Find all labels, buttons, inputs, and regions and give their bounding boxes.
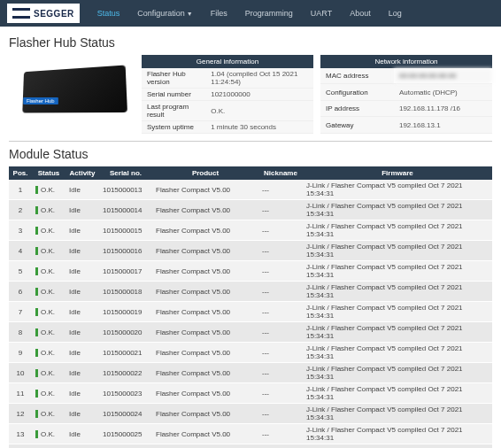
- cell: Idle: [66, 220, 99, 241]
- status-cell: O.K.: [32, 363, 66, 383]
- status-cell: O.K.: [32, 444, 66, 449]
- nav-uart[interactable]: UART: [302, 0, 341, 27]
- cell: ---: [258, 220, 303, 241]
- table-row[interactable]: 7O.K.Idle1015000019Flasher Compact V5.00…: [9, 302, 492, 322]
- cell: J-Link / Flasher Compact V5 compiled Oct…: [303, 220, 492, 241]
- device-image: Flasher Hub: [9, 55, 133, 126]
- cell: 1015000019: [99, 302, 152, 322]
- logo[interactable]: SEGGER: [7, 4, 80, 23]
- table-row[interactable]: 8O.K.Idle1015000020Flasher Compact V5.00…: [9, 322, 492, 343]
- table-row[interactable]: 5O.K.Idle1015000017Flasher Compact V5.00…: [9, 261, 492, 282]
- status-indicator-icon: [35, 410, 38, 418]
- col-header: Firmware: [303, 166, 492, 180]
- cell: Idle: [66, 302, 99, 322]
- cell: 10: [9, 363, 32, 383]
- info-row: Last program resultO.K.: [142, 101, 313, 121]
- status-text: O.K.: [41, 206, 55, 214]
- status-cell: O.K.: [32, 261, 66, 282]
- brand-text: SEGGER: [34, 9, 74, 19]
- status-indicator-icon: [35, 288, 38, 296]
- nav-status[interactable]: Status: [89, 0, 129, 27]
- nav-files[interactable]: Files: [202, 0, 236, 27]
- status-cell: O.K.: [32, 424, 66, 444]
- cell: 5: [9, 261, 32, 282]
- info-key: Gateway: [320, 117, 394, 134]
- table-row[interactable]: 10O.K.Idle1015000022Flasher Compact V5.0…: [9, 363, 492, 383]
- network-info-table: Network information MAC address00:00:00:…: [320, 55, 492, 134]
- info-value: 00:00:00:00:00:00: [394, 68, 492, 84]
- cell: 12: [9, 404, 32, 424]
- cell: 1015000014: [99, 200, 152, 220]
- table-row[interactable]: 1O.K.Idle1015000013Flasher Compact V5.00…: [9, 180, 492, 200]
- status-indicator-icon: [35, 349, 38, 357]
- table-row[interactable]: 4O.K.Idle1015000016Flasher Compact V5.00…: [9, 241, 492, 261]
- cell: Flasher Compact V5.00: [152, 241, 258, 261]
- cell: 1015000021: [99, 343, 152, 363]
- cell: Idle: [66, 343, 99, 363]
- status-cell: O.K.: [32, 322, 66, 343]
- status-cell: O.K.: [32, 343, 66, 363]
- table-row[interactable]: 9O.K.Idle1015000021Flasher Compact V5.00…: [9, 343, 492, 363]
- cell: Flasher Compact V5.00: [152, 220, 258, 241]
- status-cell: O.K.: [32, 180, 66, 200]
- cell: Idle: [66, 383, 99, 404]
- table-row[interactable]: 13O.K.Idle1015000025Flasher Compact V5.0…: [9, 424, 492, 444]
- table-row[interactable]: 6O.K.Idle1015000018Flasher Compact V5.00…: [9, 282, 492, 302]
- info-row: ConfigurationAutomatic (DHCP): [320, 84, 492, 101]
- status-indicator-icon: [35, 206, 38, 214]
- status-cell: O.K.: [32, 282, 66, 302]
- status-indicator-icon: [35, 390, 38, 398]
- info-key: Flasher Hub version: [142, 68, 205, 89]
- table-row[interactable]: 3O.K.Idle1015000015Flasher Compact V5.00…: [9, 220, 492, 241]
- cell: Flasher Compact V5.00: [152, 282, 258, 302]
- table-row[interactable]: 14O.K.Idle1015000026Flasher Compact V5.0…: [9, 444, 492, 449]
- cell: Flasher Compact V5.00: [152, 200, 258, 220]
- cell: 1015000026: [99, 444, 152, 449]
- info-key: MAC address: [320, 68, 394, 84]
- info-row: Serial number1021000000: [142, 89, 313, 101]
- table-row[interactable]: 2O.K.Idle1015000014Flasher Compact V5.00…: [9, 200, 492, 220]
- status-cell: O.K.: [32, 241, 66, 261]
- cell: 8: [9, 322, 32, 343]
- col-header: Serial no.: [99, 166, 152, 180]
- cell: 1015000025: [99, 424, 152, 444]
- module-table: Pos.StatusActivitySerial no.ProductNickn…: [9, 166, 492, 448]
- cell: Flasher Compact V5.00: [152, 180, 258, 200]
- cell: J-Link / Flasher Compact V5 compiled Oct…: [303, 363, 492, 383]
- status-indicator-icon: [35, 227, 38, 235]
- status-cell: O.K.: [32, 200, 66, 220]
- info-value: O.K.: [205, 101, 313, 121]
- cell: Idle: [66, 404, 99, 424]
- general-header: General information: [142, 55, 313, 68]
- cell: Flasher Compact V5.00: [152, 404, 258, 424]
- module-status-title: Module Status: [9, 147, 492, 161]
- cell: J-Link / Flasher Compact V5 compiled Oct…: [303, 424, 492, 444]
- cell: Flasher Compact V5.00: [152, 383, 258, 404]
- cell: 4: [9, 241, 32, 261]
- cell: Flasher Compact V5.00: [152, 363, 258, 383]
- cell: 9: [9, 343, 32, 363]
- cell: Idle: [66, 261, 99, 282]
- cell: Idle: [66, 322, 99, 343]
- cell: J-Link / Flasher Compact V5 compiled Oct…: [303, 343, 492, 363]
- nav-log[interactable]: Log: [380, 0, 411, 27]
- cell: ---: [258, 241, 303, 261]
- cell: 1015000016: [99, 241, 152, 261]
- cell: 1015000017: [99, 261, 152, 282]
- status-indicator-icon: [35, 430, 38, 438]
- status-cell: O.K.: [32, 220, 66, 241]
- nav-configuration[interactable]: Configuration▼: [128, 0, 201, 27]
- cell: ---: [258, 404, 303, 424]
- col-header: Product: [152, 166, 258, 180]
- table-row[interactable]: 11O.K.Idle1015000023Flasher Compact V5.0…: [9, 383, 492, 404]
- info-key: IP address: [320, 100, 394, 117]
- nav-about[interactable]: About: [341, 0, 380, 27]
- status-indicator-icon: [35, 369, 38, 377]
- cell: J-Link / Flasher Compact V5 compiled Oct…: [303, 302, 492, 322]
- status-text: O.K.: [41, 390, 55, 398]
- nav-programming[interactable]: Programming: [236, 0, 302, 27]
- cell: Flasher Compact V5.00: [152, 424, 258, 444]
- table-row[interactable]: 12O.K.Idle1015000024Flasher Compact V5.0…: [9, 404, 492, 424]
- status-text: O.K.: [41, 430, 55, 438]
- col-header: Pos.: [9, 166, 32, 180]
